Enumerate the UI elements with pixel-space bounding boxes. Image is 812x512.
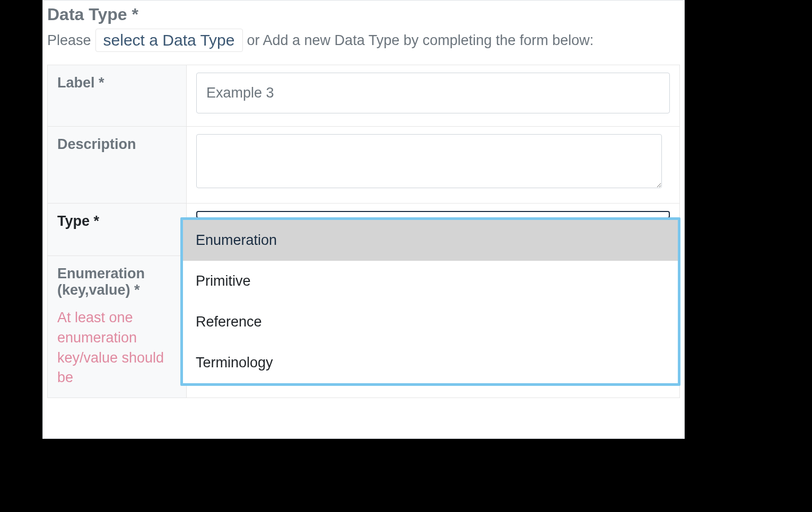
input-cell-description [187,127,679,203]
instruction-pre: Please [47,32,91,49]
form-row-description: Description [48,127,679,204]
enumeration-label: Enumeration (key,value) * [57,266,177,298]
form-table: Label * Description Type * Enumeration P… [47,65,680,398]
instruction-row: Please select a Data Type or Add a new D… [47,29,680,52]
label-cell-enumeration: Enumeration (key,value) * At least one e… [48,256,187,398]
type-option-primitive[interactable]: Primitive [183,261,678,302]
label-input[interactable] [196,73,670,113]
input-cell-type: Enumeration Primitive Reference Terminol… [187,204,679,255]
data-type-form-panel: Data Type * Please select a Data Type or… [42,0,685,439]
type-option-terminology[interactable]: Terminology [183,342,678,383]
section-title: Data Type * [47,5,680,24]
label-cell-type: Type * [48,204,187,255]
type-option-enumeration[interactable]: Enumeration [183,220,678,261]
form-row-type: Type * Enumeration Primitive Reference T… [48,204,679,256]
instruction-post: or Add a new Data Type by completing the… [247,32,594,49]
description-textarea[interactable] [196,134,662,188]
type-option-reference[interactable]: Reference [183,302,678,342]
enumeration-hint: At least one enumeration key/value shoul… [57,308,177,388]
input-cell-label [187,65,679,126]
form-row-label: Label * [48,65,679,127]
type-dropdown-panel: Enumeration Primitive Reference Terminol… [180,217,680,386]
label-cell-label: Label * [48,65,187,126]
label-cell-description: Description [48,127,187,203]
select-data-type-button[interactable]: select a Data Type [95,29,243,52]
